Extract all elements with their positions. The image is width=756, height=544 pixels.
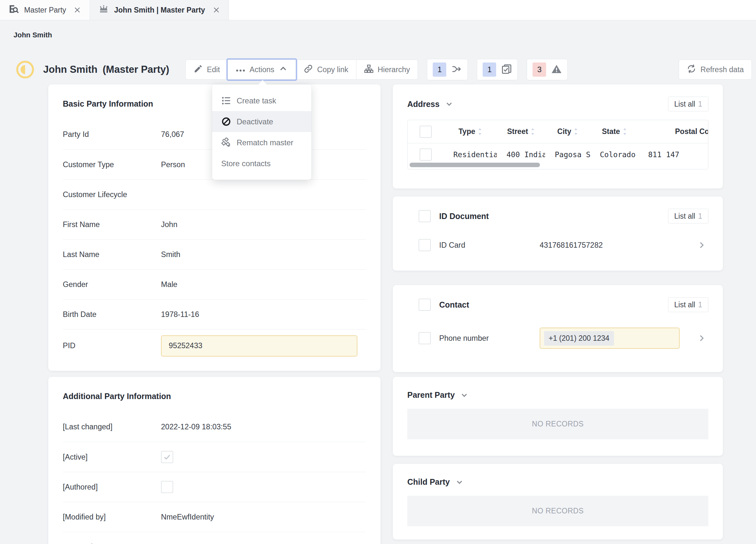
link-icon xyxy=(304,64,313,75)
chevron-down-icon[interactable] xyxy=(455,478,464,487)
field-row: Group Size 1 xyxy=(63,532,366,544)
list-all-button[interactable]: List all 1 xyxy=(668,97,708,111)
row-checkbox[interactable] xyxy=(419,239,431,251)
field-value: 1978-11-16 xyxy=(161,310,199,319)
actions-button[interactable]: Actions xyxy=(228,60,296,80)
phone-number-row[interactable]: Phone number +1 (201) 200 1234 xyxy=(407,328,708,349)
chevron-right-icon[interactable] xyxy=(697,333,706,343)
cell-street: 400 Indian xyxy=(497,150,545,159)
pid-input[interactable]: 95252433 xyxy=(161,335,357,357)
contact-checkbox[interactable] xyxy=(419,299,431,311)
select-all-checkbox[interactable] xyxy=(420,126,432,138)
cell-postal-code: 811 147 xyxy=(638,150,708,159)
tab-label: Master Party xyxy=(24,6,66,14)
right-column: Address List all 1 Type Street xyxy=(393,84,723,539)
column-header-state[interactable]: State xyxy=(590,127,638,136)
child-party-card: Child Party NO RECORDS xyxy=(393,464,723,539)
field-row: First Name John xyxy=(63,209,366,239)
no-records-placeholder: NO RECORDS xyxy=(407,409,708,439)
field-row-authored: [Authored] xyxy=(63,472,366,502)
field-value: 76,067 xyxy=(161,130,184,139)
checkmark-icon xyxy=(163,453,171,461)
card-title: Additional Party Information xyxy=(63,392,366,401)
card-title: Child Party xyxy=(407,477,450,487)
chevron-down-icon[interactable] xyxy=(445,99,454,108)
tab-label: John Smith | Master Party xyxy=(114,6,205,14)
record-header: John Smith(Master Party) Edit Actions Co… xyxy=(16,59,752,80)
pencil-icon xyxy=(194,64,203,75)
field-row-pid: PID 95252433 xyxy=(63,329,366,362)
field-value: John xyxy=(161,220,177,229)
issues-count-badge: 3 xyxy=(533,62,546,77)
edit-button[interactable]: Edit xyxy=(185,60,228,80)
hierarchy-button[interactable]: Hierarchy xyxy=(356,60,418,80)
tab-master-party[interactable]: Master Party xyxy=(0,0,90,20)
sort-icon xyxy=(531,128,535,135)
tasks-badge[interactable]: 1 xyxy=(477,59,518,80)
close-icon[interactable] xyxy=(213,6,220,14)
field-row: Birth Date 1978-11-16 xyxy=(63,299,366,329)
header-button-group: Edit Actions Copy link Hierarchy xyxy=(185,60,418,80)
merge-requests-badge[interactable]: 1 xyxy=(427,59,468,80)
menu-item-rematch-master[interactable]: Rematch master xyxy=(212,132,311,153)
field-row: [Last changed] 2022-12-09 18:03:55 xyxy=(63,412,366,442)
no-records-placeholder: NO RECORDS xyxy=(407,496,708,526)
address-table-header: Type Street City State Postal Code xyxy=(408,120,708,143)
phone-number-value: +1 (201) 200 1234 xyxy=(544,331,614,346)
id-card-number: 431768161757282 xyxy=(540,241,603,249)
field-value: Male xyxy=(161,280,177,289)
list-all-count: 1 xyxy=(698,301,702,309)
field-row: Last Name Smith xyxy=(63,239,366,269)
field-row: Gender Male xyxy=(63,269,366,299)
menu-item-deactivate[interactable]: Deactivate xyxy=(212,111,311,132)
breadcrumb: John Smith xyxy=(14,31,52,39)
tasks-check-icon xyxy=(501,64,512,75)
chevron-down-icon[interactable] xyxy=(460,391,469,400)
menu-item-create-task[interactable]: Create task xyxy=(212,90,311,111)
page-title: John Smith(Master Party) xyxy=(43,64,169,75)
column-header-city[interactable]: City xyxy=(545,127,590,136)
additional-party-information-card: Additional Party Information [Last chang… xyxy=(48,377,381,544)
row-checkbox[interactable] xyxy=(419,332,431,344)
field-value: Person xyxy=(161,160,185,169)
field-row: [Modified by] NmeEwfIdentity xyxy=(63,502,366,532)
refresh-data-button[interactable]: Refresh data xyxy=(679,60,752,80)
merge-arrow-icon xyxy=(451,64,462,75)
column-header-type[interactable]: Type xyxy=(444,127,497,136)
close-icon[interactable] xyxy=(73,6,81,14)
card-title: Contact xyxy=(439,300,469,310)
issues-badge[interactable]: 3 xyxy=(527,59,568,80)
tab-john-smith-master-party[interactable]: John Smith | Master Party xyxy=(90,0,229,20)
cell-state: Colorado xyxy=(590,150,638,159)
field-row-active: [Active] xyxy=(63,442,366,472)
id-card-row[interactable]: ID Card 431768161757282 xyxy=(407,239,708,251)
authored-checkbox[interactable] xyxy=(161,481,173,493)
ellipsis-icon xyxy=(236,65,245,74)
copy-link-button[interactable]: Copy link xyxy=(296,60,356,80)
list-all-button[interactable]: List all 1 xyxy=(668,209,708,223)
sort-icon xyxy=(574,128,578,135)
record-type: (Master Party) xyxy=(103,64,169,75)
chevron-right-icon[interactable] xyxy=(697,240,706,250)
list-all-button[interactable]: List all 1 xyxy=(668,297,708,312)
field-row: Customer Lifecycle xyxy=(63,179,366,209)
card-title: Address xyxy=(407,99,439,109)
merge-count-badge: 1 xyxy=(433,62,446,77)
id-document-checkbox[interactable] xyxy=(419,210,431,222)
field-value: NmeEwfIdentity xyxy=(161,513,214,521)
list-icon xyxy=(221,96,231,106)
crown-icon xyxy=(98,4,109,16)
tasks-count-badge: 1 xyxy=(483,62,496,77)
menu-item-store-contacts[interactable]: Store contacts xyxy=(212,153,311,174)
row-checkbox[interactable] xyxy=(420,148,432,161)
column-header-street[interactable]: Street xyxy=(497,127,545,136)
record-name: John Smith xyxy=(43,64,98,75)
active-checkbox[interactable] xyxy=(161,451,173,463)
refresh-icon xyxy=(687,64,696,75)
tab-bar: Master Party John Smith | Master Party xyxy=(0,0,756,20)
phone-number-field[interactable]: +1 (201) 200 1234 xyxy=(540,328,680,349)
horizontal-scrollbar[interactable] xyxy=(410,163,540,167)
address-card: Address List all 1 Type Street xyxy=(393,84,723,188)
rematch-icon xyxy=(221,137,231,147)
column-header-postal-code[interactable]: Postal Code xyxy=(638,127,708,136)
